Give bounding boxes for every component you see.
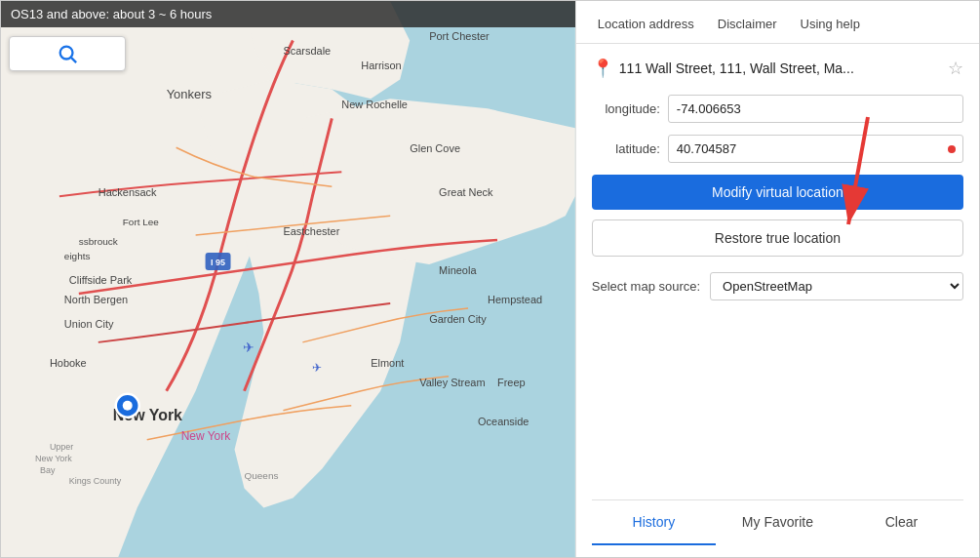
svg-text:Port Chester: Port Chester — [429, 30, 490, 42]
svg-text:Hackensack: Hackensack — [98, 186, 157, 198]
svg-text:Valley Stream: Valley Stream — [419, 377, 485, 388]
map-source-label: Select map source: — [592, 279, 700, 294]
bottom-tabs: History My Favorite Clear — [592, 499, 963, 545]
svg-text:New York: New York — [181, 429, 231, 443]
svg-text:Garden City: Garden City — [429, 313, 487, 325]
svg-text:Oceanside: Oceanside — [478, 416, 529, 427]
latitude-row: latitude: — [592, 135, 963, 163]
svg-text:New York: New York — [35, 454, 72, 463]
tab-my-favorite[interactable]: My Favorite — [716, 500, 840, 545]
svg-text:Hempstead: Hempstead — [488, 294, 542, 305]
modify-virtual-location-button[interactable]: Modify virtual location — [592, 175, 963, 210]
map-source-row: Select map source: OpenStreetMap Google … — [592, 272, 963, 300]
svg-text:Yonkers: Yonkers — [167, 87, 213, 101]
location-pin-icon: 📍 — [592, 58, 613, 79]
location-row: 📍 111 Wall Street, 111, Wall Street, Ma.… — [592, 58, 963, 79]
svg-text:Glen Cove: Glen Cove — [410, 142, 460, 154]
svg-text:Scarsdale: Scarsdale — [283, 45, 331, 57]
svg-text:Queens: Queens — [245, 470, 279, 481]
svg-text:I 95: I 95 — [211, 258, 225, 267]
latitude-field-wrapper — [668, 135, 963, 163]
svg-text:ssbrouck: ssbrouck — [79, 236, 118, 247]
svg-text:Mineola: Mineola — [439, 264, 477, 276]
svg-text:New Rochelle: New Rochelle — [341, 99, 408, 110]
map-banner: OS13 and above: about 3 ~ 6 hours — [1, 1, 575, 27]
svg-text:Fort Lee: Fort Lee — [123, 217, 160, 227]
svg-text:North Bergen: North Bergen — [64, 294, 128, 305]
svg-text:Union City: Union City — [64, 318, 114, 330]
svg-text:Bay: Bay — [40, 465, 56, 475]
map-background: I 95 Hackensack Yonkers Scarsdale Harris… — [1, 1, 575, 558]
svg-text:Harrison: Harrison — [361, 60, 401, 71]
latitude-input[interactable] — [668, 135, 963, 163]
latitude-label: latitude: — [592, 141, 660, 156]
svg-line-1 — [71, 58, 76, 62]
latitude-dot-indicator — [948, 145, 956, 153]
map-search-box[interactable] — [9, 36, 126, 71]
right-panel: Location address Disclaimer Using help 📍… — [575, 1, 979, 558]
svg-text:Eastchester: Eastchester — [283, 225, 339, 237]
tab-clear[interactable]: Clear — [840, 500, 963, 545]
longitude-input[interactable] — [668, 95, 963, 123]
longitude-row: longitude: — [592, 95, 963, 123]
tab-history[interactable]: History — [592, 500, 716, 545]
tab-location-address[interactable]: Location address — [592, 15, 700, 33]
longitude-label: longitude: — [592, 101, 660, 116]
map-source-select[interactable]: OpenStreetMap Google Maps Bing Maps — [710, 272, 963, 300]
tab-using-help[interactable]: Using help — [795, 15, 866, 33]
svg-text:Elmont: Elmont — [371, 357, 404, 369]
panel-content: 📍 111 Wall Street, 111, Wall Street, Ma.… — [576, 44, 979, 558]
svg-text:Hoboke: Hoboke — [50, 357, 87, 369]
svg-point-42 — [123, 401, 133, 411]
location-address-text: 111 Wall Street, 111, Wall Street, Ma... — [619, 60, 942, 76]
svg-text:eights: eights — [64, 251, 91, 261]
svg-text:Great Neck: Great Neck — [439, 186, 493, 198]
map-panel: OS13 and above: about 3 ~ 6 hours — [1, 1, 575, 558]
tab-disclaimer[interactable]: Disclaimer — [712, 15, 783, 33]
svg-text:✈: ✈ — [243, 339, 255, 355]
search-icon — [57, 43, 78, 64]
svg-text:✈: ✈ — [312, 361, 322, 375]
svg-text:Freep: Freep — [497, 377, 526, 388]
svg-text:Cliffside Park: Cliffside Park — [69, 274, 133, 286]
favorite-star-icon[interactable]: ☆ — [948, 58, 963, 79]
svg-text:Upper: Upper — [50, 442, 73, 452]
svg-text:Kings County: Kings County — [69, 476, 122, 486]
restore-true-location-button[interactable]: Restore true location — [592, 219, 963, 257]
top-tabs: Location address Disclaimer Using help — [576, 1, 979, 44]
svg-point-0 — [60, 47, 73, 60]
